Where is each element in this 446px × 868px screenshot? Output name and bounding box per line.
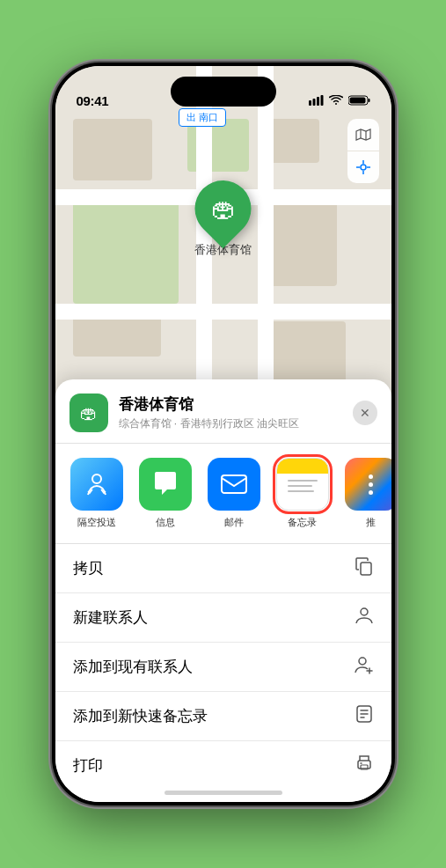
person-add-icon bbox=[355, 655, 374, 679]
svg-point-20 bbox=[359, 658, 366, 665]
copy-label: 拷贝 bbox=[73, 558, 103, 578]
sheet-header: 🏟 香港体育馆 综合体育馆 · 香港特别行政区 油尖旺区 ✕ bbox=[55, 379, 391, 444]
venue-title: 香港体育馆 bbox=[119, 394, 353, 415]
svg-rect-0 bbox=[309, 100, 311, 106]
venue-info: 香港体育馆 综合体育馆 · 香港特别行政区 油尖旺区 bbox=[119, 394, 353, 431]
status-bar: 09:41 bbox=[55, 66, 391, 114]
messages-icon bbox=[139, 458, 192, 511]
dot-1 bbox=[369, 474, 373, 479]
mail-label: 邮件 bbox=[224, 516, 244, 529]
svg-marker-7 bbox=[356, 129, 370, 140]
messages-label: 信息 bbox=[156, 516, 175, 529]
more-icon bbox=[345, 458, 391, 511]
add-to-contact-label: 添加到现有联系人 bbox=[73, 657, 193, 677]
bottom-sheet: 🏟 香港体育馆 综合体育馆 · 香港特别行政区 油尖旺区 ✕ bbox=[55, 379, 391, 802]
map-green-block bbox=[73, 198, 179, 304]
notes-line-3 bbox=[288, 490, 314, 492]
action-list: 拷贝 新建联系人 bbox=[55, 544, 391, 790]
map-block bbox=[267, 119, 319, 163]
notes-line-2 bbox=[288, 485, 312, 487]
action-new-contact[interactable]: 新建联系人 bbox=[55, 593, 391, 643]
map-road bbox=[55, 304, 391, 320]
action-print[interactable]: 打印 bbox=[55, 741, 391, 790]
share-row: 隔空投送 信息 bbox=[55, 444, 391, 544]
share-airdrop[interactable]: 隔空投送 bbox=[66, 458, 128, 529]
print-label: 打印 bbox=[73, 755, 103, 776]
share-mail[interactable]: 邮件 bbox=[203, 458, 265, 529]
share-messages[interactable]: 信息 bbox=[135, 458, 196, 529]
map-block bbox=[267, 198, 337, 286]
mail-icon bbox=[208, 458, 260, 511]
stadium-icon: 🏟 bbox=[211, 195, 236, 224]
note-icon bbox=[355, 704, 374, 728]
signal-icon bbox=[309, 95, 324, 108]
svg-point-10 bbox=[361, 165, 366, 170]
action-add-to-notes[interactable]: 添加到新快速备忘录 bbox=[55, 692, 391, 741]
print-icon bbox=[355, 754, 374, 777]
notes-lines bbox=[281, 474, 325, 497]
phone-screen: 09:41 bbox=[55, 66, 391, 802]
dot-3 bbox=[369, 490, 373, 495]
notes-label: 备忘录 bbox=[288, 516, 317, 529]
home-indicator bbox=[165, 791, 282, 795]
action-add-to-contact[interactable]: 添加到现有联系人 bbox=[55, 643, 391, 692]
new-contact-label: 新建联系人 bbox=[73, 607, 148, 628]
svg-rect-1 bbox=[312, 99, 315, 106]
svg-rect-17 bbox=[361, 563, 371, 575]
more-label: 推 bbox=[366, 516, 376, 529]
airdrop-icon bbox=[70, 458, 123, 511]
close-icon: ✕ bbox=[360, 406, 370, 420]
add-to-notes-label: 添加到新快速备忘录 bbox=[73, 706, 208, 726]
more-dots bbox=[369, 474, 373, 495]
map-controls bbox=[347, 119, 379, 183]
svg-rect-3 bbox=[320, 95, 323, 106]
svg-rect-16 bbox=[222, 475, 246, 493]
airdrop-label: 隔空投送 bbox=[77, 516, 116, 529]
svg-point-18 bbox=[361, 608, 368, 615]
copy-icon bbox=[355, 556, 374, 580]
venue-subtitle: 综合体育馆 · 香港特别行政区 油尖旺区 bbox=[119, 416, 353, 431]
svg-rect-2 bbox=[317, 97, 319, 106]
person-icon bbox=[355, 606, 374, 629]
action-copy[interactable]: 拷贝 bbox=[55, 544, 391, 593]
battery-icon bbox=[348, 95, 370, 108]
status-time: 09:41 bbox=[77, 93, 109, 108]
location-pin: 🏟 香港体育馆 bbox=[194, 180, 252, 258]
share-notes[interactable]: 备忘录 bbox=[272, 458, 333, 529]
pin-circle: 🏟 bbox=[183, 169, 263, 249]
svg-point-15 bbox=[92, 474, 101, 483]
svg-rect-5 bbox=[368, 99, 369, 102]
dot-2 bbox=[369, 482, 373, 487]
venue-icon: 🏟 bbox=[69, 394, 108, 432]
notes-icon bbox=[276, 458, 329, 511]
location-button[interactable] bbox=[347, 151, 379, 183]
map-type-button[interactable] bbox=[347, 119, 379, 151]
svg-rect-6 bbox=[349, 98, 365, 104]
notes-line-1 bbox=[288, 480, 318, 482]
share-more[interactable]: 推 bbox=[340, 458, 391, 529]
wifi-icon bbox=[329, 95, 343, 108]
map-block bbox=[73, 119, 152, 180]
sheet-close-button[interactable]: ✕ bbox=[353, 401, 377, 425]
phone-frame: 09:41 bbox=[52, 63, 395, 805]
status-icons bbox=[309, 95, 370, 108]
